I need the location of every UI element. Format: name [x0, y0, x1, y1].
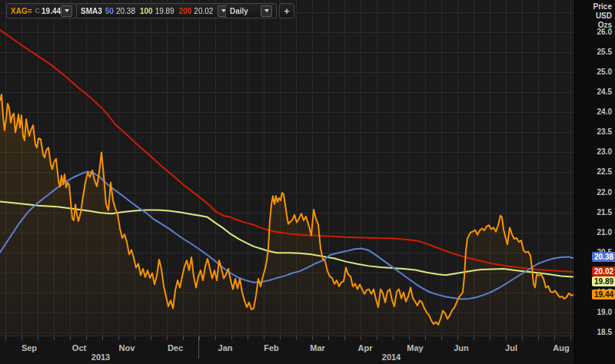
date-tick: [377, 336, 377, 340]
date-tick: [441, 336, 442, 340]
price-badge-sma-100: 19.89: [592, 276, 615, 286]
date-tick: [361, 336, 361, 340]
month-label-jun: Jun: [454, 343, 469, 352]
price-tick-label: 23.0: [597, 148, 612, 156]
price-axis-title-line: Price: [593, 2, 612, 12]
month-label-jul: Jul: [505, 343, 517, 352]
date-tick: [54, 336, 55, 340]
date-tick: [215, 336, 216, 340]
date-axis[interactable]: SepOctNovDecJanFebMarAprMayJunJulAug2013…: [0, 336, 574, 364]
month-label-nov: Nov: [119, 343, 135, 352]
date-tick: [522, 336, 523, 340]
date-tick: [264, 336, 264, 340]
close-field-label: C: [35, 7, 41, 15]
year-boundary-tick: [198, 336, 199, 359]
month-label-mar: Mar: [310, 343, 325, 352]
date-tick: [328, 336, 329, 340]
date-tick: [538, 336, 539, 340]
interval-dropdown-button[interactable]: [261, 5, 272, 17]
date-tick: [312, 336, 313, 340]
sma100-value: 19.89: [155, 7, 175, 15]
date-tick: [425, 336, 426, 340]
month-label-apr: Apr: [358, 343, 373, 352]
price-tick-label: 19.0: [597, 309, 612, 316]
price-tick-label: 22.0: [597, 189, 612, 197]
date-tick: [102, 336, 103, 340]
date-tick: [393, 336, 394, 340]
price-axis-title-line: USD: [593, 12, 612, 21]
date-tick: [86, 336, 87, 340]
month-label-feb: Feb: [264, 343, 279, 352]
date-tick: [490, 336, 490, 340]
month-label-sep: Sep: [22, 343, 37, 352]
date-tick: [118, 336, 119, 340]
date-tick: [506, 336, 507, 340]
price-tick-label: 24.5: [597, 88, 612, 96]
sma200-value: 20.02: [194, 7, 213, 15]
sma-study-label: SMA3: [81, 7, 102, 15]
price-axis-title: Price USD Ozs: [593, 2, 612, 30]
date-tick: [22, 336, 22, 340]
date-tick: [167, 336, 168, 340]
symbol-label: XAG=: [11, 7, 32, 15]
add-study-button[interactable]: +: [279, 3, 294, 18]
sma200-period-label: 200: [179, 7, 192, 15]
plus-icon: +: [284, 5, 290, 17]
date-tick: [183, 336, 184, 340]
symbol-selector[interactable]: XAG= C 19.44: [6, 3, 77, 18]
trading-chart-app: Price USD Ozs 26.025.525.024.524.023.523…: [0, 0, 615, 364]
date-tick: [70, 336, 71, 340]
price-badge-sma-50: 20.38: [592, 252, 615, 262]
interval-select[interactable]: Daily: [225, 3, 277, 18]
date-tick: [248, 336, 248, 340]
price-axis[interactable]: Price USD Ozs 26.025.525.024.524.023.523…: [574, 0, 615, 364]
price-tick-label: 26.0: [597, 28, 612, 36]
year-label-2014: 2014: [382, 352, 401, 362]
date-tick: [570, 336, 571, 340]
date-tick: [135, 336, 135, 340]
date-tick: [151, 336, 151, 340]
date-tick: [280, 336, 281, 340]
sma50-period-label: 50: [105, 7, 114, 15]
price-chart-canvas[interactable]: [0, 0, 574, 336]
price-badge-sma-200: 20.02: [592, 266, 615, 276]
month-label-aug: Aug: [553, 343, 569, 352]
date-tick: [344, 336, 345, 340]
sma-study-selector[interactable]: SMA3 50 20.38 100 19.89 200 20.02: [76, 3, 234, 18]
price-tick-label: 24.0: [597, 108, 612, 116]
date-tick: [554, 336, 555, 340]
date-tick: [296, 336, 297, 340]
date-tick: [38, 336, 38, 340]
price-tick-label: 25.0: [597, 68, 612, 76]
sma50-value: 20.38: [116, 7, 135, 15]
date-tick: [409, 336, 410, 340]
year-label-2013: 2013: [91, 352, 110, 362]
price-tick-label: 18.5: [597, 329, 612, 336]
date-tick: [5, 336, 6, 340]
month-label-oct: Oct: [72, 343, 86, 352]
date-tick: [474, 336, 474, 340]
price-tick-label: 21.5: [597, 209, 612, 217]
price-tick-label: 21.0: [597, 229, 612, 237]
price-tick-label: 23.5: [597, 128, 612, 136]
month-label-may: May: [407, 343, 423, 352]
date-tick: [199, 336, 200, 340]
price-badge-xag: 19.44: [592, 290, 615, 299]
month-label-dec: Dec: [168, 343, 183, 352]
price-tick-label: 25.5: [597, 48, 612, 56]
interval-value: Daily: [230, 7, 248, 15]
sma100-period-label: 100: [140, 7, 153, 15]
date-tick: [231, 336, 232, 340]
month-label-jan: Jan: [218, 343, 233, 352]
date-tick: [457, 336, 458, 340]
price-tick-label: 22.5: [597, 168, 612, 176]
last-price-value: 19.44: [42, 7, 61, 15]
symbol-dropdown-button[interactable]: [61, 5, 72, 17]
